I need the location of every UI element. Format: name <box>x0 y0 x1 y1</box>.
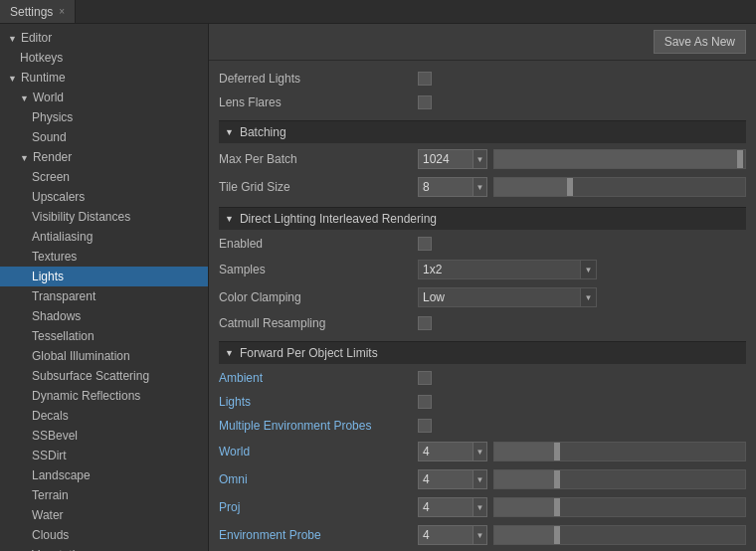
lens-flares-checkbox[interactable] <box>418 95 432 109</box>
enabled-label: Enabled <box>219 237 418 251</box>
sidebar-label-tessellation: Tessellation <box>32 329 94 343</box>
direct-lighting-arrow-icon: ▼ <box>225 214 234 224</box>
omni-slider-fill <box>494 470 557 488</box>
fpo-lights-row: Lights <box>219 390 746 414</box>
sidebar-label-hotkeys: Hotkeys <box>20 51 63 65</box>
sidebar-item-lights[interactable]: Lights <box>0 267 208 286</box>
max-per-batch-arrow[interactable]: ▼ <box>472 150 486 168</box>
sidebar-item-transparent[interactable]: Transparent <box>0 286 208 306</box>
omni-arrow[interactable]: ▼ <box>472 470 486 488</box>
world-slider[interactable] <box>493 442 746 461</box>
sidebar-label-lights: Lights <box>32 270 64 283</box>
tile-grid-size-arrow[interactable]: ▼ <box>472 178 486 196</box>
omni-row: Omni 4 ▼ <box>219 465 746 493</box>
tile-grid-size-slider-thumb[interactable] <box>567 178 573 196</box>
sidebar: ▼EditorHotkeys▼Runtime▼WorldPhysicsSound… <box>0 24 209 551</box>
environment-probe-value: 4 <box>419 528 472 542</box>
sidebar-item-subsurface-scattering[interactable]: Subsurface Scattering <box>0 366 208 386</box>
sidebar-item-clouds[interactable]: Clouds <box>0 525 208 545</box>
settings-content: Deferred Lights Lens Flares ▼ Batching M… <box>209 61 756 551</box>
sidebar-item-world[interactable]: ▼World <box>0 88 208 107</box>
forward-per-object-section-label: Forward Per Object Limits <box>240 346 378 360</box>
tile-grid-size-value: 8 <box>419 180 472 194</box>
save-as-new-button[interactable]: Save As New <box>654 30 746 54</box>
sidebar-label-runtime: Runtime <box>21 71 66 85</box>
world-arrow[interactable]: ▼ <box>472 443 486 460</box>
deferred-lights-checkbox[interactable] <box>418 72 432 86</box>
fpo-lights-label: Lights <box>219 395 418 409</box>
ambient-label: Ambient <box>219 371 418 385</box>
tile-grid-size-input[interactable]: 8 ▼ <box>418 177 487 197</box>
sidebar-item-shadows[interactable]: Shadows <box>0 306 208 326</box>
lens-flares-row: Lens Flares <box>219 91 746 114</box>
world-slider-fill <box>494 443 557 460</box>
max-per-batch-slider-thumb[interactable] <box>737 150 743 168</box>
world-input[interactable]: 4 ▼ <box>418 442 487 461</box>
color-clamping-dropdown[interactable]: Low ▼ <box>418 287 597 307</box>
environment-probe-slider-thumb[interactable] <box>554 526 560 544</box>
sidebar-item-sound[interactable]: Sound <box>0 127 208 147</box>
environment-probe-arrow[interactable]: ▼ <box>472 526 486 544</box>
sidebar-item-ssbevel[interactable]: SSBevel <box>0 426 208 446</box>
environment-probe-input[interactable]: 4 ▼ <box>418 525 487 545</box>
world-slider-thumb[interactable] <box>554 443 560 460</box>
omni-label: Omni <box>219 472 418 486</box>
sidebar-item-ssdirt[interactable]: SSDirt <box>0 446 208 465</box>
tile-grid-size-row: Tile Grid Size 8 ▼ <box>219 173 746 201</box>
max-per-batch-slider[interactable] <box>493 149 746 169</box>
sidebar-item-textures[interactable]: Textures <box>0 247 208 267</box>
sidebar-item-antialiasing[interactable]: Antialiasing <box>0 227 208 247</box>
sidebar-item-screen[interactable]: Screen <box>0 167 208 187</box>
sidebar-label-editor: Editor <box>21 31 52 45</box>
color-clamping-row: Color Clamping Low ▼ <box>219 283 746 311</box>
proj-slider[interactable] <box>493 497 746 517</box>
sidebar-item-landscape[interactable]: Landscape <box>0 465 208 485</box>
samples-dropdown[interactable]: 1x2 ▼ <box>418 260 597 279</box>
sidebar-item-water[interactable]: Water <box>0 505 208 525</box>
runtime-arrow-icon: ▼ <box>8 74 17 84</box>
catmull-resampling-checkbox[interactable] <box>418 316 432 330</box>
sidebar-item-upscalers[interactable]: Upscalers <box>0 187 208 207</box>
ambient-checkbox[interactable] <box>418 371 432 385</box>
world-value: 4 <box>419 445 472 459</box>
lens-flares-checkbox-wrap <box>418 95 432 109</box>
fpo-lights-checkbox[interactable] <box>418 395 432 409</box>
omni-slider-thumb[interactable] <box>554 470 560 488</box>
sidebar-item-render[interactable]: ▼Render <box>0 147 208 167</box>
sidebar-item-terrain[interactable]: Terrain <box>0 485 208 505</box>
sidebar-item-tessellation[interactable]: Tessellation <box>0 326 208 346</box>
environment-probe-slider[interactable] <box>493 525 746 545</box>
sidebar-item-vegetation[interactable]: Vegetation <box>0 545 208 551</box>
multiple-env-probes-checkbox[interactable] <box>418 419 432 433</box>
sidebar-label-sound: Sound <box>32 130 67 144</box>
sidebar-item-hotkeys[interactable]: Hotkeys <box>0 48 208 68</box>
proj-arrow[interactable]: ▼ <box>472 498 486 516</box>
omni-slider[interactable] <box>493 469 746 489</box>
enabled-row: Enabled <box>219 232 746 256</box>
deferred-lights-label: Deferred Lights <box>219 72 418 86</box>
sidebar-item-runtime[interactable]: ▼Runtime <box>0 68 208 88</box>
forward-per-object-section-header[interactable]: ▼ Forward Per Object Limits <box>219 341 746 364</box>
color-clamping-value: Low <box>419 290 580 304</box>
world-label: World <box>219 445 418 459</box>
max-per-batch-input[interactable]: 1024 ▼ <box>418 149 487 169</box>
sidebar-item-decals[interactable]: Decals <box>0 406 208 426</box>
sidebar-item-physics[interactable]: Physics <box>0 107 208 127</box>
settings-tab[interactable]: Settings × <box>0 0 76 23</box>
sidebar-label-screen: Screen <box>32 170 70 184</box>
tab-bar: Settings × <box>0 0 756 24</box>
sidebar-item-dynamic-reflections[interactable]: Dynamic Reflections <box>0 386 208 406</box>
direct-lighting-section-header[interactable]: ▼ Direct Lighting Interleaved Rendering <box>219 207 746 230</box>
sidebar-item-global-illumination[interactable]: Global Illumination <box>0 346 208 366</box>
batching-section-header[interactable]: ▼ Batching <box>219 120 746 143</box>
proj-slider-thumb[interactable] <box>554 498 560 516</box>
sidebar-item-visibility-distances[interactable]: Visibility Distances <box>0 207 208 227</box>
proj-input[interactable]: 4 ▼ <box>418 497 487 517</box>
sidebar-label-clouds: Clouds <box>32 528 69 542</box>
tab-close-icon[interactable]: × <box>59 6 65 17</box>
sidebar-item-editor[interactable]: ▼Editor <box>0 28 208 48</box>
enabled-checkbox[interactable] <box>418 237 432 251</box>
sidebar-label-ssdirt: SSDirt <box>32 449 67 462</box>
omni-input[interactable]: 4 ▼ <box>418 469 487 489</box>
tile-grid-size-slider[interactable] <box>493 177 746 197</box>
